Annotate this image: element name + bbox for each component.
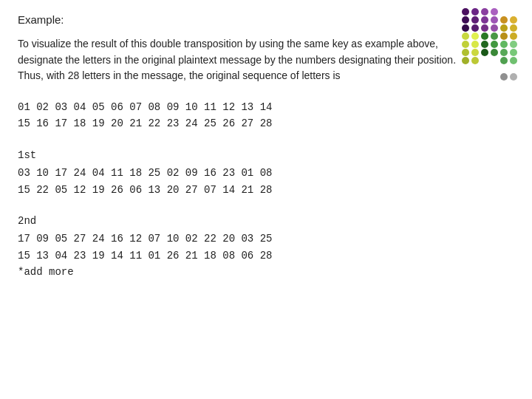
main-content: Example: To visualize the result of this…	[0, 0, 488, 309]
first-label: 1st	[18, 147, 470, 163]
original-sequence: 01 02 03 04 05 06 07 08 09 10 11 12 13 1…	[18, 99, 470, 132]
dot-grid-decoration	[460, 6, 526, 87]
second-line1: 17 09 05 27 24 16 12 07 10 02 22 20 03 2…	[18, 231, 470, 247]
first-line1: 03 10 17 24 04 11 18 25 02 09 16 23 01 0…	[18, 165, 470, 181]
first-line2: 15 22 05 12 19 26 06 13 20 27 07 14 21 2…	[18, 182, 470, 198]
second-label: 2nd	[18, 213, 470, 229]
add-more-text: *add more	[18, 264, 470, 280]
description-text: To visualize the result of this double t…	[18, 36, 470, 84]
second-transposition: 2nd 17 09 05 27 24 16 12 07 10 02 22 20 …	[18, 213, 470, 281]
original-line1: 01 02 03 04 05 06 07 08 09 10 11 12 13 1…	[18, 99, 470, 115]
second-line2: 15 13 04 23 19 14 11 01 26 21 18 08 06 2…	[18, 248, 470, 264]
original-line2: 15 16 17 18 19 20 21 22 23 24 25 26 27 2…	[18, 115, 470, 132]
first-transposition: 1st 03 10 17 24 04 11 18 25 02 09 16 23 …	[18, 147, 470, 198]
example-title: Example:	[18, 13, 470, 26]
